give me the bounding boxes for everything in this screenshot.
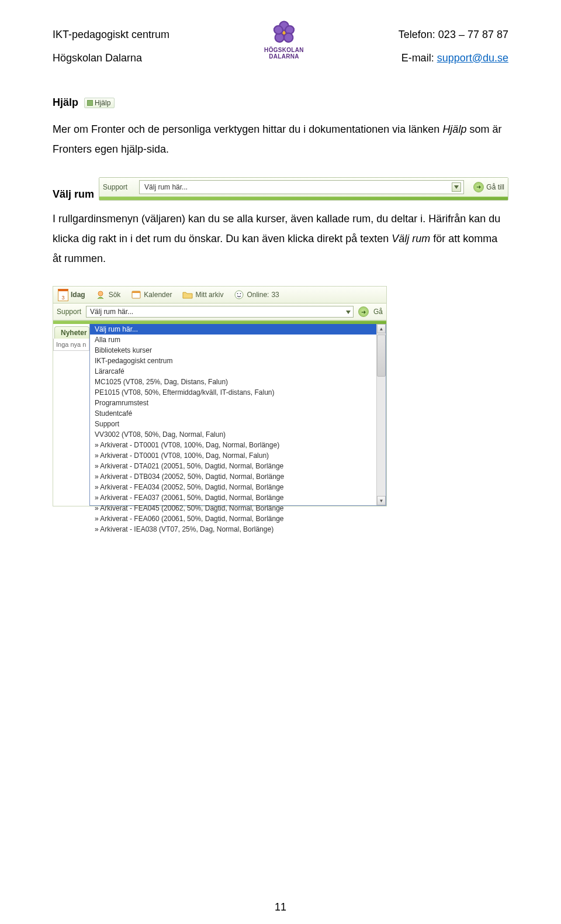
svg-point-6 xyxy=(240,293,241,294)
list-item[interactable]: Programrumstest xyxy=(90,398,386,408)
hjalp-text-italic: Hjälp xyxy=(442,123,466,135)
logo-text-1: HÖGSKOLAN xyxy=(264,47,304,53)
list-item[interactable]: Alla rum xyxy=(90,335,386,345)
fronter-app-mock: 3 Idag Sök Kalender Mitt arkiv xyxy=(53,286,387,506)
calendar-badge-icon: 3 xyxy=(58,289,68,300)
svg-point-4 xyxy=(235,291,243,299)
list-item[interactable]: Support xyxy=(90,419,386,429)
square-icon xyxy=(87,100,93,106)
list-item[interactable]: Bibliotekets kurser xyxy=(90,345,386,356)
toolbar-kalender-label: Kalender xyxy=(144,291,172,299)
header-right: Telefon: 023 – 77 87 87 E-mail: support@… xyxy=(399,23,508,70)
toolbar-online-label: Online: xyxy=(247,291,269,299)
flower-icon xyxy=(271,19,297,46)
hjalp-badge[interactable]: Hjälp xyxy=(84,98,115,108)
list-item[interactable]: » Arkiverat - FEA045 (20062, 50%, Dagtid… xyxy=(90,503,386,513)
toolbar-sok[interactable]: Sök xyxy=(96,289,121,300)
arrow-right-icon: ➜ xyxy=(473,182,484,192)
list-item[interactable]: IKT-pedagogiskt centrum xyxy=(90,356,386,366)
hjalp-heading: Hjälp xyxy=(53,96,78,109)
folder-icon xyxy=(182,289,193,300)
email-label: E-mail: xyxy=(401,52,437,64)
hjalp-paragraph: Mer om Fronter och de personliga verktyg… xyxy=(53,119,508,159)
org-subname: Högskolan Dalarna xyxy=(53,47,169,70)
app-row2: Support Välj rum här... ➜ Gå xyxy=(53,304,386,320)
toolbar-kalender[interactable]: Kalender xyxy=(131,289,172,300)
list-item[interactable]: Lärarcafé xyxy=(90,366,386,377)
list-item[interactable]: MC1025 (VT08, 25%, Dag, Distans, Falun) xyxy=(90,377,386,387)
scrollbar[interactable]: ▲ ▼ xyxy=(376,324,386,505)
list-item[interactable]: Välj rum här... xyxy=(90,324,386,335)
list-item[interactable]: » Arkiverat - IEA038 (VT07, 25%, Dag, No… xyxy=(90,524,386,535)
hjalp-badge-label: Hjälp xyxy=(95,99,110,107)
valjrum-heading-row: Välj rum Support Välj rum här... ➜ Gå ti… xyxy=(53,177,508,201)
smile-icon xyxy=(234,289,244,300)
arrow-right-icon[interactable]: ➜ xyxy=(358,306,369,317)
app-toolbar: 3 Idag Sök Kalender Mitt arkiv xyxy=(53,287,386,304)
toolbar-online-count: 33 xyxy=(271,291,279,299)
left-panel: Nyheter Inga nya n xyxy=(53,324,89,351)
nyheter-empty: Inga nya n xyxy=(53,339,89,351)
room-select[interactable]: Välj rum här... xyxy=(139,180,464,194)
org-name: IKT-pedagogiskt centrum xyxy=(53,23,169,47)
header-left: IKT-pedagogiskt centrum Högskolan Dalarn… xyxy=(53,23,169,70)
valjrum-text-italic: Välj rum xyxy=(392,233,430,244)
list-item[interactable]: » Arkiverat - FEA060 (20061, 50%, Dagtid… xyxy=(90,513,386,524)
phone-number: 023 – 77 87 87 xyxy=(438,29,508,40)
list-item[interactable]: » Arkiverat - DT0001 (VT08, 100%, Dag, N… xyxy=(90,440,386,450)
page-header: IKT-pedagogiskt centrum Högskolan Dalarn… xyxy=(53,23,508,70)
green-divider xyxy=(99,196,508,200)
go-button[interactable]: ➜ Gå till xyxy=(470,182,504,192)
room-select-value: Välj rum här... xyxy=(144,183,188,191)
list-item[interactable]: Studentcafé xyxy=(90,408,386,419)
page-number: 11 xyxy=(0,901,561,913)
room-select-open-value: Välj rum här... xyxy=(90,308,133,316)
list-item[interactable]: » Arkiverat - DT0001 (VT08, 100%, Dag, N… xyxy=(90,450,386,461)
toolbar-idag[interactable]: 3 Idag xyxy=(58,289,85,300)
chevron-down-icon[interactable] xyxy=(346,308,351,316)
room-dropdown-list[interactable]: Välj rum här...Alla rumBibliotekets kurs… xyxy=(89,324,386,506)
support-tab[interactable]: Support xyxy=(103,183,133,191)
scroll-thumb[interactable] xyxy=(377,335,386,377)
go-label: Gå till xyxy=(486,183,504,191)
room-selector-bar: Support Välj rum här... ➜ Gå till xyxy=(99,177,508,201)
phone-line: Telefon: 023 – 77 87 87 xyxy=(399,23,508,47)
toolbar-mittarkiv-label: Mitt arkiv xyxy=(195,291,223,299)
row2-go: Gå xyxy=(373,308,383,316)
calendar-icon xyxy=(131,289,141,300)
list-item[interactable]: » Arkiverat - DTA021 (20051, 50%, Dagtid… xyxy=(90,461,386,471)
hjalp-heading-row: Hjälp Hjälp xyxy=(53,96,508,109)
valjrum-heading: Välj rum xyxy=(53,188,94,201)
toolbar-online[interactable]: Online:33 xyxy=(234,289,279,300)
list-item[interactable]: PE1015 (VT08, 50%, Eftermiddag/kväll, IT… xyxy=(90,387,386,398)
logo-text-2: DALARNA xyxy=(264,53,304,60)
email-line: E-mail: support@du.se xyxy=(399,47,508,70)
toolbar-mittarkiv[interactable]: Mitt arkiv xyxy=(182,289,223,300)
person-search-icon xyxy=(96,289,106,300)
row2-support[interactable]: Support xyxy=(57,308,81,316)
scroll-down-icon[interactable]: ▼ xyxy=(377,496,386,505)
list-item[interactable]: » Arkiverat - DTB034 (20052, 50%, Dagtid… xyxy=(90,471,386,482)
hjalp-text-1: Mer om Fronter och de personliga verktyg… xyxy=(53,123,442,135)
valjrum-paragraph: I rullgardinsmenyn (väljaren) kan du se … xyxy=(53,209,508,269)
room-select-open[interactable]: Välj rum här... xyxy=(86,306,354,318)
toolbar-sok-label: Sök xyxy=(109,291,121,299)
email-link[interactable]: support@du.se xyxy=(437,52,508,64)
header-logo: HÖGSKOLAN DALARNA xyxy=(264,19,304,60)
scroll-up-icon[interactable]: ▲ xyxy=(377,324,386,333)
list-item[interactable]: VV3002 (VT08, 50%, Dag, Normal, Falun) xyxy=(90,429,386,440)
svg-point-5 xyxy=(237,293,238,294)
phone-label: Telefon: xyxy=(399,29,438,40)
chevron-down-icon[interactable] xyxy=(452,182,461,192)
svg-rect-3 xyxy=(132,291,140,293)
list-item[interactable]: » Arkiverat - FEA034 (20052, 50%, Dagtid… xyxy=(90,482,386,492)
toolbar-idag-label: Idag xyxy=(71,291,85,299)
svg-point-1 xyxy=(98,291,103,296)
list-item[interactable]: » Arkiverat - FEA037 (20061, 50%, Dagtid… xyxy=(90,492,386,503)
nyheter-tab[interactable]: Nyheter xyxy=(54,326,89,339)
